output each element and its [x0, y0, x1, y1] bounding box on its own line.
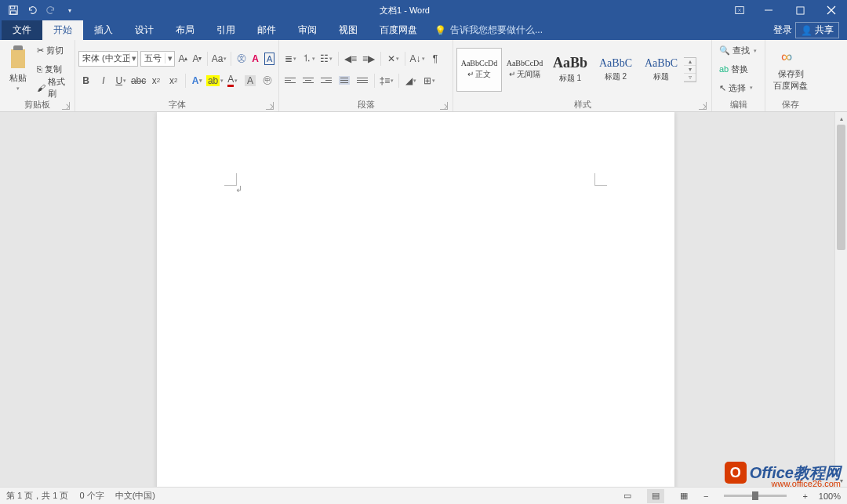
group-editing: 🔍查找▾ ab替换 ↖选择▾ 编辑	[712, 40, 765, 111]
tab-insert[interactable]: 插入	[83, 20, 124, 40]
zoom-out-button[interactable]: −	[703, 491, 708, 501]
align-left-button[interactable]	[282, 73, 298, 89]
undo-icon[interactable]	[24, 2, 41, 19]
asian-layout-button[interactable]: ✕	[385, 51, 401, 67]
replace-button[interactable]: ab替换	[717, 60, 760, 78]
tab-file[interactable]: 文件	[2, 20, 42, 40]
style-h2[interactable]: AaBbC标题 2	[593, 48, 638, 92]
numbering-button[interactable]: ⒈	[300, 51, 316, 67]
view-web-button[interactable]: ▦	[675, 489, 693, 503]
format-painter-button[interactable]: 🖌格式刷	[35, 79, 70, 96]
status-words[interactable]: 0 个字	[79, 490, 104, 502]
styles-dialog-launcher[interactable]	[699, 102, 707, 110]
style-title[interactable]: AaBbC标题	[638, 48, 684, 92]
font-size-combo[interactable]: 五号▾	[140, 51, 175, 67]
align-right-button[interactable]	[318, 73, 334, 89]
clipboard-dialog-launcher[interactable]	[62, 102, 70, 110]
tab-baidu[interactable]: 百度网盘	[369, 20, 428, 40]
clear-format-button[interactable]: A	[249, 51, 261, 67]
qat-more-icon[interactable]: ▾	[61, 2, 78, 19]
align-distribute-button[interactable]	[354, 73, 370, 89]
indent-inc-button[interactable]: ≡▶	[361, 51, 376, 67]
zoom-level[interactable]: 100%	[819, 491, 841, 501]
maximize-button[interactable]	[784, 0, 816, 20]
zoom-in-button[interactable]: +	[802, 491, 807, 501]
shrink-font-button[interactable]: A▾	[191, 51, 203, 67]
indent-dec-button[interactable]: ◀≡	[343, 51, 358, 67]
char-border-button[interactable]: A	[264, 51, 275, 67]
tab-layout[interactable]: 布局	[165, 20, 205, 40]
cut-button[interactable]: ✂剪切	[35, 42, 70, 60]
underline-button[interactable]: U	[114, 73, 129, 89]
enclose-char-button[interactable]: ㊥	[260, 73, 275, 89]
tab-references[interactable]: 引用	[205, 20, 246, 40]
find-button[interactable]: 🔍查找▾	[717, 42, 760, 60]
ribbon-display-icon[interactable]	[726, 0, 753, 20]
page-canvas[interactable]: ↲	[157, 112, 674, 504]
show-marks-button[interactable]: ¶	[427, 51, 443, 67]
save-baidu-button[interactable]: 保存到 百度网盘	[769, 42, 812, 97]
scroll-thumb[interactable]	[837, 125, 845, 250]
font-name-combo[interactable]: 宋体 (中文正文▾	[78, 51, 138, 67]
view-read-button[interactable]: ▭	[619, 489, 636, 503]
borders-button[interactable]: ⊞	[421, 73, 437, 89]
close-button[interactable]	[816, 0, 847, 20]
bold-button[interactable]: B	[78, 73, 93, 89]
baidu-cloud-icon	[781, 48, 800, 67]
tab-mailings[interactable]: 邮件	[246, 20, 287, 40]
select-button[interactable]: ↖选择▾	[717, 79, 760, 96]
zoom-slider[interactable]	[724, 495, 787, 497]
italic-button[interactable]: I	[96, 73, 111, 89]
minimize-button[interactable]	[753, 0, 784, 20]
group-styles: AaBbCcDd↵ 正文 AaBbCcDd↵ 无间隔 AaBb标题 1 AaBb…	[453, 40, 712, 111]
svg-rect-5	[796, 6, 803, 13]
line-spacing-button[interactable]: ‡≡	[379, 73, 394, 89]
redo-icon[interactable]	[42, 2, 60, 19]
font-color-button[interactable]: A	[225, 73, 240, 89]
font-dialog-launcher[interactable]	[266, 102, 274, 110]
save-icon[interactable]	[5, 2, 22, 19]
char-shading-button[interactable]: A	[242, 73, 257, 89]
quick-access-toolbar: ▾	[0, 2, 83, 19]
align-justify-button[interactable]	[336, 73, 352, 89]
group-label-clipboard: 剪贴板	[24, 99, 50, 111]
group-paragraph: ≣ ⒈ ☷ ◀≡ ≡▶ ✕ A↓ ¶ ‡≡ ◢	[279, 40, 453, 111]
phonetic-button[interactable]: ㉆	[235, 51, 247, 67]
login-link[interactable]: 登录	[773, 24, 792, 37]
tell-me-search[interactable]: 💡 告诉我您想要做什么...	[434, 24, 543, 37]
highlight-button[interactable]: ab	[207, 73, 223, 89]
svg-rect-1	[11, 6, 15, 9]
document-area[interactable]: ↲	[0, 112, 834, 504]
vertical-scrollbar[interactable]: ▴ ▾	[834, 112, 847, 487]
watermark-logo-icon: O	[725, 462, 747, 484]
style-nospace[interactable]: AaBbCcDd↵ 无间隔	[502, 48, 547, 92]
group-clipboard: 粘贴 ▾ ✂剪切 ⎘复制 🖌格式刷 剪贴板	[0, 40, 75, 111]
align-center-button[interactable]	[300, 73, 316, 89]
status-page[interactable]: 第 1 页，共 1 页	[6, 490, 68, 502]
tab-home[interactable]: 开始	[42, 20, 83, 40]
tab-design[interactable]: 设计	[124, 20, 165, 40]
shading-button[interactable]: ◢	[403, 73, 419, 89]
change-case-button[interactable]: Aa	[212, 51, 227, 67]
share-button[interactable]: 👤共享	[795, 22, 839, 38]
status-language[interactable]: 中文(中国)	[115, 490, 155, 502]
style-normal[interactable]: AaBbCcDd↵ 正文	[456, 48, 502, 92]
bullets-button[interactable]: ≣	[282, 51, 298, 67]
superscript-button[interactable]: x2	[166, 73, 181, 89]
subscript-button[interactable]: x2	[148, 73, 163, 89]
multilevel-button[interactable]: ☷	[318, 51, 334, 67]
tab-review[interactable]: 审阅	[287, 20, 328, 40]
sort-button[interactable]: A↓	[409, 51, 425, 67]
tab-view[interactable]: 视图	[328, 20, 369, 40]
strike-button[interactable]: abc	[131, 73, 146, 89]
styles-gallery[interactable]: AaBbCcDd↵ 正文 AaBbCcDd↵ 无间隔 AaBb标题 1 AaBb…	[456, 48, 696, 92]
scroll-up-button[interactable]: ▴	[835, 112, 847, 125]
text-effects-button[interactable]: A	[190, 73, 205, 89]
grow-font-button[interactable]: A▴	[177, 51, 189, 67]
style-h1[interactable]: AaBb标题 1	[547, 48, 593, 92]
styles-more-button[interactable]: ▴▾▿	[684, 57, 696, 82]
paragraph-dialog-launcher[interactable]	[440, 102, 448, 110]
paste-button[interactable]: 粘贴 ▾	[3, 42, 33, 97]
view-print-button[interactable]: ▤	[647, 489, 664, 503]
window-controls	[753, 0, 847, 20]
